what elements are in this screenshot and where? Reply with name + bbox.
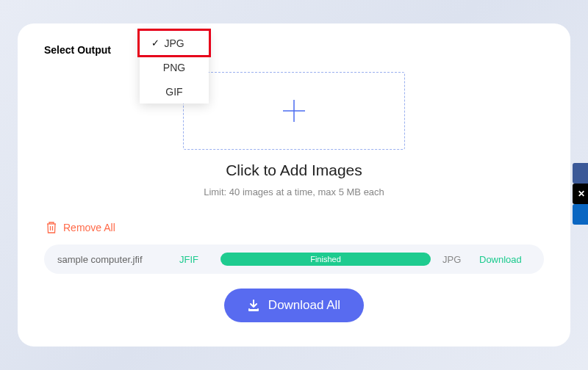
remove-all-link[interactable]: Remove All (63, 222, 115, 233)
format-option-gif[interactable]: GIF (140, 79, 209, 104)
download-all-label: Download All (268, 298, 340, 313)
add-images-dropzone[interactable] (183, 72, 405, 150)
file-row: sample computer.jfif JFIF Finished JPG D… (44, 244, 544, 274)
add-images-title: Click to Add Images (226, 162, 362, 179)
converter-card: Select Output JPG PNG GIF Click to Add I… (18, 23, 570, 347)
download-icon (248, 300, 259, 311)
file-source-format: JFIF (179, 254, 209, 265)
plus-icon (282, 98, 306, 123)
format-select-row: Select Output JPG PNG GIF (44, 41, 544, 56)
limit-text: Limit: 40 images at a time, max 5 MB eac… (204, 186, 384, 197)
dropzone-section: Click to Add Images Limit: 40 images at … (44, 72, 544, 197)
download-all-button[interactable]: Download All (224, 289, 364, 322)
format-dropdown[interactable]: JPG PNG GIF (140, 31, 209, 104)
remove-all-row[interactable]: Remove All (46, 221, 544, 234)
format-option-jpg[interactable]: JPG (140, 31, 209, 55)
file-target-format: JPG (442, 254, 467, 265)
format-option-png[interactable]: PNG (140, 55, 209, 79)
side-tab-x[interactable]: ✕ (573, 184, 588, 204)
progress-label: Finished (310, 255, 341, 264)
progress-bar: Finished (220, 253, 431, 266)
side-tab-facebook[interactable] (573, 163, 588, 184)
trash-icon (46, 221, 57, 234)
select-output-label: Select Output (44, 41, 111, 56)
file-download-link[interactable]: Download (479, 254, 531, 265)
social-side-tabs: ✕ (573, 163, 588, 225)
file-name: sample computer.jfif (57, 254, 168, 265)
side-tab-linkedin[interactable] (573, 204, 588, 225)
download-all-row: Download All (44, 289, 544, 322)
